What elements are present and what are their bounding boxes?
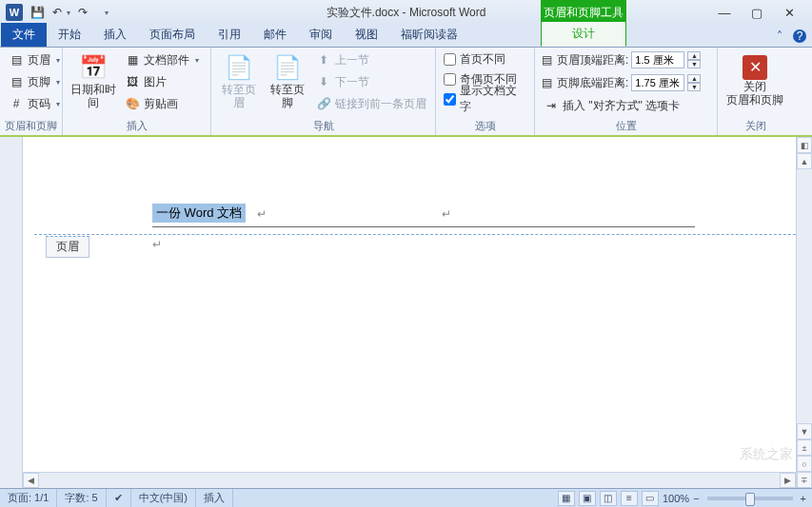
vertical-ruler[interactable] — [0, 137, 23, 488]
ribbon-minimize-button[interactable]: ˄ — [772, 29, 787, 44]
tab-foxit[interactable]: 福昕阅读器 — [389, 23, 469, 47]
show-doc-checkbox[interactable]: 显示文档文字 — [440, 89, 530, 108]
scroll-left-button[interactable]: ◀ — [23, 473, 39, 488]
close-window-button[interactable]: ✕ — [778, 4, 801, 21]
vertical-scrollbar[interactable]: ◧ ▲ ▼ ± ○ ∓ — [796, 137, 812, 488]
app-icon[interactable]: W — [4, 2, 25, 23]
minimize-button[interactable]: — — [713, 4, 736, 21]
footer-bottom-spinner[interactable]: ▲▼ — [687, 74, 701, 91]
group-label-nav: 导航 — [215, 118, 431, 135]
header-text-selection[interactable]: 一份 Word 文档 — [152, 204, 246, 223]
ruler-toggle[interactable]: ◧ — [797, 137, 812, 153]
picture-icon: 🖼 — [125, 74, 140, 89]
view-outline[interactable]: ≡ — [621, 491, 638, 506]
tab-layout[interactable]: 页面布局 — [138, 23, 207, 47]
group-options: 首页不同 奇偶页不同 显示文档文字 选项 — [436, 48, 535, 135]
goto-footer-button[interactable]: 📄 转至页脚 — [264, 49, 312, 112]
tab-file[interactable]: 文件 — [1, 23, 47, 47]
undo-button[interactable]: ↶▾ — [50, 2, 70, 23]
paragraph-mark-icon: ↵ — [152, 238, 162, 251]
prev-icon: ⬆ — [316, 52, 331, 68]
tab-home[interactable]: 开始 — [47, 23, 92, 47]
save-button[interactable]: 💾 — [27, 2, 48, 23]
help-button[interactable]: ? — [793, 29, 806, 43]
close-hf-button[interactable]: ✕ 关闭 页眉和页脚 — [722, 49, 788, 112]
datetime-button[interactable]: 📅 日期和时间 — [67, 49, 120, 112]
status-proofing[interactable]: ✔ — [107, 489, 131, 507]
zoom-slider[interactable] — [707, 497, 793, 500]
tab-review[interactable]: 审阅 — [298, 23, 344, 47]
diff-first-checkbox[interactable]: 首页不同 — [440, 49, 530, 68]
link-previous-button: 🔗链接到前一条页眉 — [311, 93, 431, 114]
next-icon: ⬇ — [316, 74, 331, 89]
scroll-right-button[interactable]: ▶ — [780, 473, 796, 488]
zoom-level[interactable]: 100% — [663, 493, 689, 504]
group-label-options: 选项 — [440, 118, 530, 135]
header-distance-icon: ▤ — [539, 52, 554, 68]
next-label: 下一节 — [335, 74, 369, 90]
qat-customize[interactable]: ▾ — [95, 2, 116, 23]
page-number-button[interactable]: #页码▾ — [4, 93, 65, 114]
page-number-label: 页码 — [28, 96, 50, 112]
footer-label: 页脚 — [28, 74, 50, 90]
group-header-footer: ▤页眉▾ ▤页脚▾ #页码▾ 页眉和页脚 — [0, 48, 63, 135]
goto-header-icon: 📄 — [224, 52, 254, 83]
header-top-spinner[interactable]: ▲▼ — [687, 51, 701, 68]
header-button[interactable]: ▤页眉▾ — [4, 49, 65, 70]
footer-icon: ▤ — [9, 74, 24, 89]
goto-header-label: 转至页眉 — [218, 83, 261, 109]
quickparts-button[interactable]: ▦文档部件▾ — [120, 49, 204, 70]
view-fullscreen[interactable]: ▣ — [579, 491, 596, 506]
browse-object-button[interactable]: ○ — [797, 456, 812, 472]
paragraph-mark-icon: ↵ — [442, 207, 451, 221]
footer-bottom-input[interactable] — [631, 74, 684, 91]
prev-page-button[interactable]: ± — [797, 439, 812, 456]
link-icon: 🔗 — [316, 96, 331, 111]
tab-design[interactable]: 设计 — [541, 21, 626, 47]
tab-references[interactable]: 引用 — [207, 23, 252, 47]
tab-insert[interactable]: 插入 — [92, 23, 138, 47]
page-number-icon: # — [9, 96, 24, 111]
group-label-position: 位置 — [539, 118, 713, 135]
clipart-button[interactable]: 🎨剪贴画 — [120, 93, 204, 114]
clipart-label: 剪贴画 — [144, 96, 178, 112]
status-language[interactable]: 中文(中国) — [131, 489, 196, 507]
quick-access-toolbar: W 💾 ↶▾ ↷ ▾ — [4, 2, 116, 23]
document-viewport[interactable]: 一份 Word 文档 ↵ ↵ ↵ 页眉 — [23, 137, 812, 488]
status-insert-mode[interactable]: 插入 — [196, 489, 233, 507]
scroll-down-button[interactable]: ▼ — [797, 423, 812, 439]
zoom-out-button[interactable]: − — [693, 493, 699, 504]
show-doc-label: 显示文档文字 — [460, 83, 526, 115]
align-tab-button[interactable]: ⇥插入 "对齐方式" 选项卡 — [539, 95, 701, 116]
view-web-layout[interactable]: ◫ — [600, 491, 617, 506]
next-section-button: ⬇下一节 — [311, 71, 431, 92]
quickparts-icon: ▦ — [125, 52, 140, 68]
picture-button[interactable]: 🖼图片 — [120, 71, 204, 92]
tab-view[interactable]: 视图 — [344, 23, 389, 47]
clipart-icon: 🎨 — [125, 96, 140, 111]
group-navigation: 📄 转至页眉 📄 转至页脚 ⬆上一节 ⬇下一节 🔗链接到前一条页眉 导航 — [211, 48, 436, 135]
status-words[interactable]: 字数: 5 — [57, 489, 106, 507]
quickparts-label: 文档部件 — [144, 52, 189, 68]
datetime-label: 日期和时间 — [69, 83, 117, 109]
tab-mailings[interactable]: 邮件 — [252, 23, 298, 47]
diff-first-label: 首页不同 — [460, 51, 505, 68]
view-print-layout[interactable]: ▦ — [558, 491, 575, 506]
zoom-in-button[interactable]: + — [801, 493, 806, 504]
horizontal-scrollbar[interactable]: ◀ ▶ — [23, 472, 796, 488]
header-label: 页眉 — [28, 52, 50, 68]
footer-button[interactable]: ▤页脚▾ — [4, 71, 65, 92]
status-page[interactable]: 页面: 1/1 — [0, 489, 57, 507]
goto-footer-label: 转至页脚 — [267, 83, 309, 109]
header-boundary — [34, 234, 812, 235]
view-draft[interactable]: ▭ — [642, 491, 659, 506]
scroll-up-button[interactable]: ▲ — [797, 153, 812, 169]
maximize-button[interactable]: ▢ — [745, 4, 768, 21]
header-top-input[interactable] — [631, 51, 684, 68]
link-label: 链接到前一条页眉 — [335, 96, 426, 112]
picture-label: 图片 — [144, 74, 167, 90]
redo-button[interactable]: ↷ — [72, 2, 93, 23]
page: 一份 Word 文档 ↵ ↵ ↵ 页眉 — [34, 143, 786, 476]
next-page-button[interactable]: ∓ — [797, 472, 812, 488]
header-underline — [152, 226, 695, 227]
